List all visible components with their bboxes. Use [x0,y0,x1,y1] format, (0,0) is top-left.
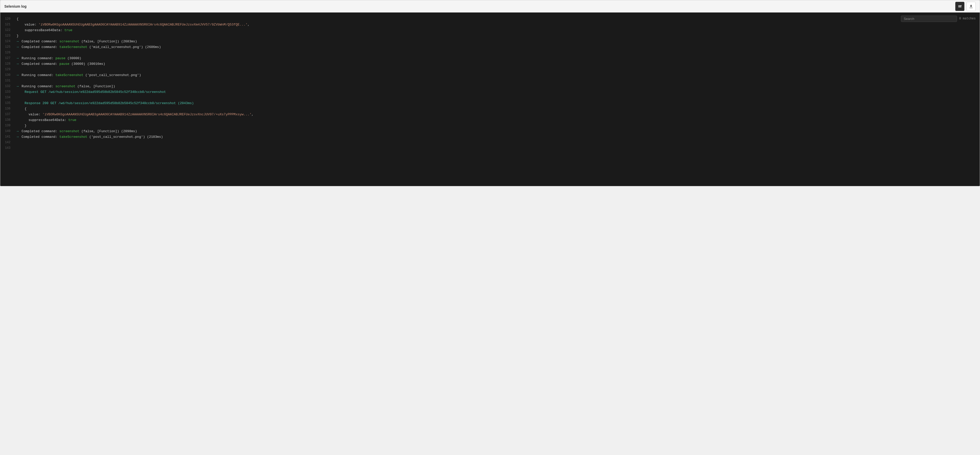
line-content [17,67,976,73]
line-number: 141 [4,135,17,139]
line-content: → Running command: screenshot (false, [F… [17,84,976,89]
line-number: 143 [4,146,17,151]
titlebar-actions [955,2,976,11]
log-token: true [68,118,76,122]
line-content: → Completed command: screenshot (false, … [17,129,976,134]
log-line: 136 { [0,107,980,112]
line-number: 129 [4,67,17,72]
log-container: 0 matches 120{121 value: 'iVBORw0KGgoAAA… [0,13,980,186]
log-token: ('mid_call_screenshot.png') (2686ms) [87,45,161,49]
log-token: → [17,135,21,139]
log-token: Completed command: [22,129,59,133]
log-token: → [17,129,21,133]
selenium-log-window: Selenium log 0 matches 120{121 value: 'i… [0,0,980,186]
line-number: 135 [4,101,17,106]
line-number: 128 [4,62,17,66]
line-number: 123 [4,33,17,38]
log-token: Completed command: [22,45,59,49]
log-line: 139 } [0,123,980,129]
log-token: , [248,23,250,27]
log-token: Response 200 GET /wd/hub/session/e922dad… [17,101,194,105]
toggle-button[interactable] [955,2,964,11]
log-token: takeScreenshot [56,73,83,77]
line-number: 122 [4,28,17,33]
log-token: takeScreenshot [59,45,87,49]
line-number: 139 [4,123,17,128]
line-number: 127 [4,56,17,61]
log-line: 132→ Running command: screenshot (false,… [0,84,980,89]
svg-point-0 [961,5,962,6]
log-token: → [17,56,21,60]
log-token: (30000) [65,56,81,60]
log-token: Completed command: [22,40,59,43]
line-number: 124 [4,39,17,44]
line-content [17,146,976,151]
log-line: 124→ Completed command: screenshot (fals… [0,39,980,45]
line-content: suppressBase64Data: true [17,28,976,33]
line-number: 130 [4,73,17,78]
log-token: Completed command: [22,135,59,139]
log-line: 123} [0,33,980,39]
download-button[interactable] [966,2,976,11]
log-token: { [17,17,19,21]
line-content: → Completed command: screenshot (false, … [17,39,976,45]
log-token: , [251,113,254,116]
log-token: Request GET /wd/hub/session/e922dad595d5… [17,90,166,94]
log-token: true [64,28,72,32]
log-token: (30000) (30016ms) [69,62,105,66]
log-token: } [17,34,19,38]
log-token: ('post_call_screenshot.png') [83,73,141,77]
log-line: 138 suppressBase64Data: true [0,118,980,123]
log-line: 127→ Running command: pause (30000) [0,56,980,62]
line-content: → Completed command: takeScreenshot ('po… [17,135,976,140]
log-token: → [17,45,21,49]
log-token: ('post_call_screenshot.png') (2103ms) [87,135,163,139]
search-input[interactable] [901,16,957,22]
search-bar: 0 matches [901,16,976,22]
line-number: 133 [4,89,17,94]
log-token: → [17,73,21,77]
log-token: screenshot [59,40,80,43]
log-line: 135 Response 200 GET /wd/hub/session/e92… [0,101,980,107]
log-token: Running command: [22,56,56,60]
log-token: → [17,62,21,66]
log-token: → [17,84,21,88]
log-token: → [17,40,21,43]
log-line: 126 [0,50,980,56]
log-token: screenshot [56,84,75,88]
line-content: { [17,107,976,112]
log-line: 130→ Running command: takeScreenshot ('p… [0,73,980,78]
log-line: 143 [0,146,980,151]
line-content: value: 'iVBORw0KGgoAAAANSUhEUgAAB3gAAAO6… [17,22,976,27]
log-token: pause [59,62,69,66]
line-number: 131 [4,78,17,83]
line-content: Request GET /wd/hub/session/e922dad595d5… [17,89,976,95]
log-token: { [17,107,27,111]
log-token: takeScreenshot [59,135,87,139]
line-content: { [17,17,976,22]
line-number: 136 [4,107,17,111]
log-token: value: [17,113,42,116]
log-token: } [17,124,27,127]
log-token: (false, [Function]) [75,84,115,88]
line-content: → Completed command: takeScreenshot ('mi… [17,45,976,50]
line-number: 125 [4,45,17,49]
log-line: 128→ Completed command: pause (30000) (3… [0,62,980,67]
line-number: 132 [4,84,17,89]
line-content: suppressBase64Data: true [17,118,976,123]
line-number: 121 [4,22,17,27]
log-token: value: [17,23,38,27]
line-content: → Completed command: pause (30000) (3001… [17,62,976,67]
line-number: 138 [4,118,17,123]
matches-label: 0 matches [959,16,976,21]
line-number: 134 [4,95,17,100]
log-line: 142 [0,140,980,146]
log-token: Running command: [22,73,56,77]
log-lines: 120{121 value: 'iVBORw0KGgoAAAANSUhEUgAA… [0,17,980,151]
titlebar: Selenium log [0,0,980,13]
line-content: value: 'iVBORw0KGgoAAAANSUhEUgAAB3gAAAO6… [17,112,976,118]
log-line: 140→ Completed command: screenshot (fals… [0,129,980,135]
log-line: 120{ [0,17,980,22]
line-content [17,95,976,100]
line-content: → Running command: takeScreenshot ('post… [17,73,976,78]
